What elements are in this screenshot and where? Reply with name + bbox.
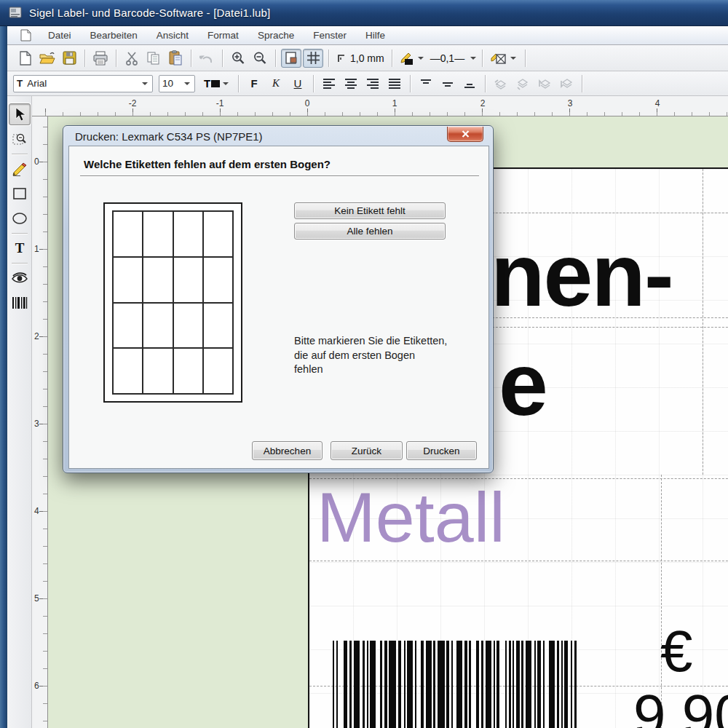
label-cell[interactable] [173,211,203,257]
rectangle-tool[interactable] [9,183,31,205]
separator [482,50,483,67]
label-text-metall[interactable]: Metall [317,482,505,553]
bring-to-front-button[interactable] [491,74,511,93]
menu-item-bearbeiten[interactable]: Bearbeiten [81,28,147,43]
dropdown-caret [510,57,516,63]
toolbar-standard: 1,0 mm —0,1— [7,45,728,71]
menu-item-hilfe[interactable]: Hilfe [356,28,395,43]
label-cell[interactable] [143,303,173,349]
zoom-out-button[interactable] [250,49,270,68]
menu-item-datei[interactable]: Datei [39,28,81,43]
label-boundary [703,169,703,475]
move-forward-button[interactable] [534,74,555,93]
separator [12,233,28,234]
new-button[interactable] [15,49,36,68]
ruler-number: 0 [305,98,310,108]
label-cell[interactable] [173,303,203,349]
back-button[interactable]: Zurück [331,441,403,460]
ellipse-tool[interactable] [9,207,31,229]
label-cell[interactable] [143,211,173,257]
text-tool[interactable]: T [9,237,31,259]
barcode-bar [456,641,462,728]
zoom-in-button[interactable] [228,49,248,68]
eye-icon [11,272,28,285]
bold-button[interactable]: F [244,74,264,93]
valign-middle-button[interactable] [438,74,458,93]
label-cell[interactable] [203,211,233,257]
menu-item-fenster[interactable]: Fenster [304,28,356,43]
valign-bottom-button[interactable] [459,74,480,93]
label-text-fragment-2[interactable]: e [499,340,547,429]
underline-button[interactable]: U [288,74,308,93]
print-button[interactable] [90,49,111,68]
label-cell[interactable] [143,257,173,303]
align-center-button[interactable] [341,74,361,93]
align-justify-button[interactable] [384,74,405,93]
line-width-caret[interactable] [470,57,476,63]
barcode-bar [349,641,352,728]
barcode-bar [446,641,449,728]
label-cell[interactable] [173,257,203,303]
label-cell[interactable] [113,257,143,303]
print-dialog: Drucken: Lexmark C534 PS (NP7PE1) Welche… [63,125,494,473]
ruler-number: 2 [480,98,486,108]
label-cell[interactable] [113,211,143,257]
align-right-button[interactable] [363,74,383,93]
page-preview-toggle[interactable] [281,49,301,68]
save-button[interactable] [59,49,79,68]
italic-button[interactable]: K [266,74,286,93]
barcode-tool[interactable] [9,292,31,314]
valign-top-button[interactable] [416,74,436,93]
application-window: Sigel Label- und Barcode-Software - [Dat… [0,0,728,728]
all-missing-button[interactable]: Alle fehlen [294,223,446,240]
select-tool[interactable] [9,103,31,125]
move-backward-icon [559,77,574,90]
ellipse-icon [12,212,28,225]
snap-distance-value: 1,0 mm [350,52,384,64]
no-label-missing-button[interactable]: Kein Etikett fehlt [294,202,446,219]
barcode-bar [389,641,396,728]
label-text-fragment-1[interactable]: nen- [491,231,673,320]
barcode-icon [12,296,28,309]
label-cell[interactable] [113,303,143,349]
menu-item-ansicht[interactable]: Ansicht [147,28,198,43]
image-tool[interactable] [9,267,31,289]
separator [328,50,329,67]
label-cell[interactable] [203,303,233,349]
label-cell[interactable] [143,348,173,394]
move-backward-button[interactable] [556,74,577,93]
text-color-button[interactable]: T [201,74,233,93]
paste-button[interactable] [165,49,186,68]
grid-toggle[interactable] [303,49,323,68]
align-left-button[interactable] [319,74,339,93]
separator [12,263,28,264]
label-text-price[interactable]: 9.90 [633,687,728,728]
separator [392,50,392,67]
font-size-select[interactable]: 10 [159,75,195,92]
menu-item-sprache[interactable]: Sprache [248,28,304,43]
barcode-object[interactable] [333,641,577,728]
label-cell[interactable] [203,257,233,303]
print-confirm-button[interactable]: Drucken [406,441,477,460]
send-to-back-button[interactable] [513,74,533,93]
font-family-select[interactable]: T Arial [13,75,153,92]
label-cell[interactable] [113,348,143,394]
pencil-tool[interactable] [9,158,31,180]
line-color-button[interactable] [397,49,427,68]
fill-style-button[interactable] [488,49,520,68]
valign-middle-icon [441,79,454,89]
copy-button[interactable] [143,49,164,68]
align-left-icon [323,78,336,90]
label-cell[interactable] [203,348,233,394]
cut-button[interactable] [122,49,142,68]
cancel-button[interactable]: Abbrechen [252,441,323,460]
label-text-currency[interactable]: € [660,622,693,681]
menu-item-format[interactable]: Format [198,28,248,43]
barcode-bar [415,641,416,728]
barcode-bar [543,641,545,728]
undo-button[interactable] [197,49,217,68]
dialog-close-button[interactable] [447,127,483,142]
label-cell[interactable] [173,348,203,394]
zoom-region-tool[interactable] [9,128,31,150]
open-button[interactable] [37,49,58,68]
